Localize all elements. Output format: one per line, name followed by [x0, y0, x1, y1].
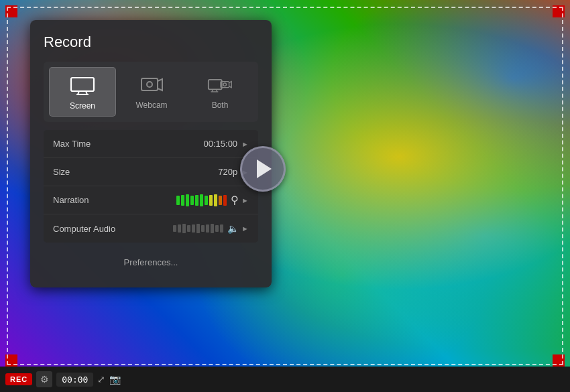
narration-bar-8 — [214, 194, 217, 206]
svg-rect-0 — [71, 78, 94, 91]
main-container: Record Screen — [0, 0, 570, 392]
svg-rect-4 — [141, 78, 158, 90]
record-panel: Record Screen — [30, 20, 272, 287]
narration-bar-7 — [209, 195, 213, 206]
panel-title: Record — [44, 34, 258, 51]
comp-audio-bar-10 — [220, 224, 223, 233]
comp-audio-bar-8 — [211, 224, 214, 233]
svg-point-5 — [147, 82, 152, 87]
size-label: Size — [53, 167, 218, 177]
comp-audio-bar-1 — [178, 224, 181, 233]
source-selector: Screen Webcam — [44, 62, 258, 122]
corner-top-left — [5, 5, 17, 17]
narration-bar-6 — [205, 196, 208, 205]
narration-meter — [176, 194, 227, 206]
camera-icon[interactable]: 📷 — [109, 374, 121, 385]
rec-badge: REC — [5, 373, 32, 385]
settings-button[interactable]: ⚙ — [36, 371, 52, 387]
comp-audio-bar-9 — [215, 225, 219, 232]
narration-chevron: ► — [241, 196, 249, 204]
size-value: 720p — [218, 167, 237, 177]
comp-audio-meter — [173, 224, 223, 233]
corner-top-right — [553, 5, 565, 17]
comp-audio-bar-7 — [206, 224, 209, 233]
mic-icon: ⚲ — [231, 194, 239, 206]
expand-icon[interactable]: ⤢ — [97, 374, 105, 385]
source-btn-screen[interactable]: Screen — [49, 67, 116, 117]
narration-bar-9 — [219, 196, 222, 205]
both-icon — [204, 74, 236, 96]
narration-bar-4 — [195, 195, 198, 206]
corner-bottom-right — [553, 354, 565, 367]
preferences-button[interactable]: Preferences... — [44, 251, 258, 274]
comp-audio-bar-4 — [192, 224, 195, 233]
screen-icon — [66, 74, 99, 97]
maxtime-chevron: ► — [241, 140, 249, 148]
narration-label: Narration — [53, 195, 176, 205]
maxtime-row[interactable]: Max Time 00:15:00 ► — [44, 130, 258, 158]
speaker-icon: 🔈 — [227, 223, 239, 234]
play-icon — [257, 159, 272, 178]
comp-audio-bar-5 — [196, 224, 200, 233]
play-record-button[interactable] — [240, 146, 286, 192]
comp-audio-label: Computer Audio — [53, 224, 173, 234]
narration-bar-3 — [190, 196, 194, 205]
both-label: Both — [212, 101, 229, 110]
comp-audio-bar-6 — [201, 225, 205, 232]
webcam-icon — [135, 74, 168, 96]
comp-audio-bar-0 — [173, 225, 176, 232]
narration-bar-0 — [176, 196, 180, 205]
narration-bar-10 — [223, 195, 227, 206]
comp-audio-chevron: ► — [241, 224, 249, 233]
screen-label: Screen — [70, 101, 95, 111]
narration-bar-1 — [181, 195, 184, 206]
comp-audio-bar-2 — [182, 224, 186, 233]
gear-icon: ⚙ — [40, 374, 49, 385]
svg-rect-6 — [209, 80, 222, 89]
settings-area: Max Time 00:15:00 ► Size 720p ► Narratio… — [44, 130, 258, 243]
source-btn-both[interactable]: Both — [187, 67, 253, 117]
comp-audio-bar-3 — [187, 225, 190, 232]
maxtime-label: Max Time — [53, 139, 204, 149]
size-row[interactable]: Size 720p ► — [44, 158, 258, 186]
narration-row[interactable]: Narration ⚲ ► — [44, 186, 258, 214]
maxtime-value: 00:15:00 — [204, 139, 238, 149]
bottom-toolbar: REC ⚙ 00:00 ⤢ 📷 — [0, 367, 570, 392]
source-btn-webcam[interactable]: Webcam — [119, 67, 184, 117]
narration-bar-2 — [186, 194, 189, 206]
timer-display: 00:00 — [56, 373, 93, 387]
computer-audio-row[interactable]: Computer Audio 🔈 ► — [44, 214, 258, 243]
corner-bottom-left — [5, 354, 17, 367]
svg-point-11 — [223, 83, 227, 86]
narration-bar-5 — [200, 194, 203, 206]
webcam-label: Webcam — [135, 101, 167, 110]
